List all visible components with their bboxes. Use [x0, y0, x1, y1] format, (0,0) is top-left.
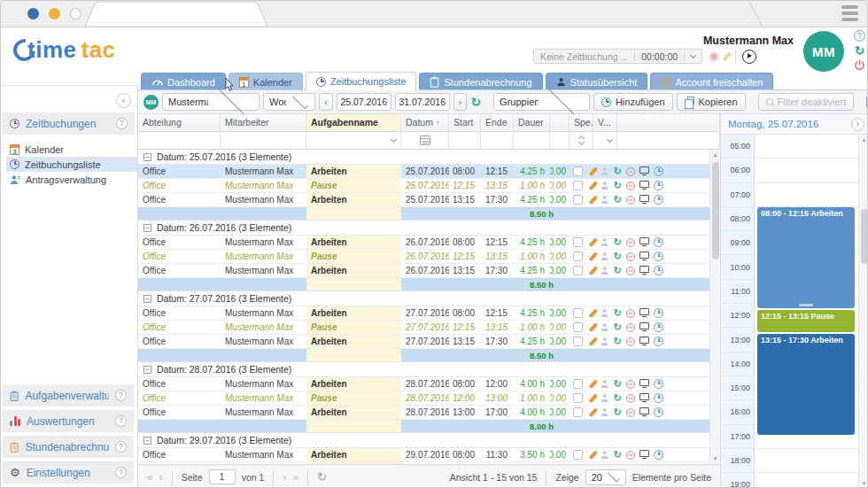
sidebar-collapse-icon[interactable] [116, 93, 131, 108]
clock-icon[interactable] [654, 237, 663, 247]
sync-icon[interactable] [614, 379, 622, 389]
next-day-icon[interactable] [851, 118, 864, 131]
monitor-icon[interactable] [639, 450, 649, 457]
assign-user-icon[interactable] [600, 393, 609, 403]
scroll-down-icon[interactable] [859, 478, 868, 488]
collapse-group-icon[interactable] [143, 153, 151, 161]
table-row[interactable]: Office Mustermann Max Pause 25.07.2016 1… [138, 179, 720, 193]
sidebar-section-aufgabenverwaltung[interactable]: Aufgabenverwaltung [3, 384, 134, 407]
row-checkbox[interactable] [573, 266, 583, 275]
col-spesen[interactable]: Spe... [570, 114, 593, 132]
row-checkbox[interactable] [573, 337, 583, 346]
assign-user-icon[interactable] [600, 252, 609, 261]
browser-menu-icon[interactable] [841, 5, 858, 21]
prev-week-button[interactable] [319, 93, 333, 111]
table-row[interactable]: Office Mustermann Max Arbeiten 25.07.201… [138, 193, 720, 207]
clock-icon[interactable] [654, 407, 663, 417]
table-row[interactable]: Office Mustermann Max Arbeiten 27.07.201… [138, 335, 720, 349]
monitor-icon[interactable] [639, 237, 649, 244]
filter-v[interactable] [593, 132, 617, 150]
delete-icon[interactable] [626, 394, 635, 403]
col-start[interactable]: Start [449, 114, 481, 132]
table-row[interactable]: Office Mustermann Max Pause 26.07.2016 1… [138, 250, 720, 264]
copy-button[interactable]: Kopieren [677, 93, 746, 111]
table-row[interactable]: Office Mustermann Max Arbeiten 26.07.201… [138, 264, 720, 278]
sidebar-section-zeitbuchungen[interactable]: Zeitbuchungen [3, 112, 135, 135]
assign-user-icon[interactable] [600, 450, 609, 460]
tab-dashboard[interactable]: Dashboard [141, 73, 226, 90]
sync-icon[interactable] [614, 450, 622, 460]
col-aufgabenname[interactable]: Aufgabenname [306, 114, 401, 132]
filter-datum[interactable] [401, 132, 449, 150]
group-header[interactable]: Datum: 27.07.2016 (3 Elemente) [138, 291, 720, 306]
monitor-icon[interactable] [639, 322, 649, 329]
window-control-blue[interactable] [27, 8, 39, 19]
collapse-group-icon[interactable] [143, 366, 151, 374]
edit-icon[interactable] [589, 167, 598, 176]
clock-icon[interactable] [654, 337, 663, 346]
calendar-event[interactable]: 12:15 - 13:15 Pause [757, 310, 855, 332]
first-page-icon[interactable] [147, 472, 153, 483]
row-checkbox[interactable] [573, 181, 583, 190]
tab-account-freischalten[interactable]: Account freischalten [650, 73, 773, 90]
hour-lane[interactable] [755, 135, 868, 158]
note-icon[interactable] [723, 51, 732, 61]
filter-dauer[interactable] [514, 132, 550, 150]
help-icon[interactable] [115, 390, 127, 401]
delete-icon[interactable] [626, 451, 635, 460]
filter-button[interactable]: Filter deaktiviert [758, 93, 855, 111]
monitor-icon[interactable] [639, 167, 649, 174]
monitor-icon[interactable] [639, 266, 649, 273]
sync-icon[interactable] [614, 167, 622, 176]
clock-icon[interactable] [654, 195, 663, 205]
filter-spesen[interactable] [570, 132, 593, 150]
edit-icon[interactable] [589, 308, 598, 318]
collapse-group-icon[interactable] [143, 224, 151, 232]
table-row[interactable]: Office Mustermann Max Arbeiten 27.07.201… [138, 306, 720, 321]
assign-user-icon[interactable] [600, 379, 609, 389]
collapse-group-icon[interactable] [143, 437, 151, 445]
sync-icon[interactable] [614, 195, 622, 205]
tab-zeitbuchungsliste[interactable]: Zeitbuchungsliste [306, 72, 417, 90]
refresh-icon[interactable] [470, 96, 481, 108]
monitor-icon[interactable] [639, 337, 649, 344]
calendar-event[interactable]: 13:15 - 17:30 Arbeiten [757, 334, 855, 435]
edit-icon[interactable] [589, 450, 598, 460]
filter-start[interactable] [449, 132, 481, 150]
assign-user-icon[interactable] [600, 167, 609, 176]
power-icon[interactable] [854, 59, 865, 71]
date-from-input[interactable] [337, 93, 391, 111]
group-by-select[interactable]: Gruppiert nach D [493, 93, 590, 111]
row-checkbox[interactable] [573, 322, 583, 332]
page-size-select[interactable]: 20 [585, 469, 626, 485]
filter-ende[interactable] [481, 132, 514, 150]
clock-icon[interactable] [654, 393, 663, 403]
calendar-event[interactable]: 08:00 - 12:15 Arbeiten [757, 207, 855, 308]
table-row[interactable]: Office Mustermann Max Arbeiten 29.07.201… [138, 448, 720, 462]
edit-icon[interactable] [589, 195, 598, 205]
collapse-group-icon[interactable] [143, 295, 151, 303]
edit-icon[interactable] [589, 181, 598, 190]
tab-kalender[interactable]: 1 Kalender [229, 73, 303, 90]
clock-icon[interactable] [654, 252, 663, 261]
monitor-icon[interactable] [639, 252, 649, 259]
edit-icon[interactable] [589, 252, 598, 261]
monitor-icon[interactable] [639, 308, 649, 315]
filter-aufgabenname[interactable] [306, 132, 401, 150]
refresh-icon[interactable] [855, 44, 865, 57]
col-dauer[interactable]: Dauer [514, 114, 550, 132]
date-to-input[interactable] [395, 93, 450, 111]
table-row[interactable]: Office Mustermann Max Arbeiten 25.07.201… [138, 165, 720, 179]
delete-icon[interactable] [626, 337, 635, 346]
window-control-yellow[interactable] [49, 8, 60, 19]
row-checkbox[interactable] [573, 393, 583, 403]
edit-icon[interactable] [589, 337, 598, 346]
delete-icon[interactable] [626, 182, 635, 190]
help-icon[interactable] [854, 30, 865, 42]
assign-user-icon[interactable] [600, 322, 609, 332]
delete-icon[interactable] [626, 309, 635, 318]
sync-icon[interactable] [614, 252, 622, 261]
table-row[interactable]: Office Mustermann Max Pause 27.07.2016 1… [138, 321, 720, 335]
last-page-icon[interactable] [292, 472, 298, 483]
clock-icon[interactable] [654, 266, 663, 275]
